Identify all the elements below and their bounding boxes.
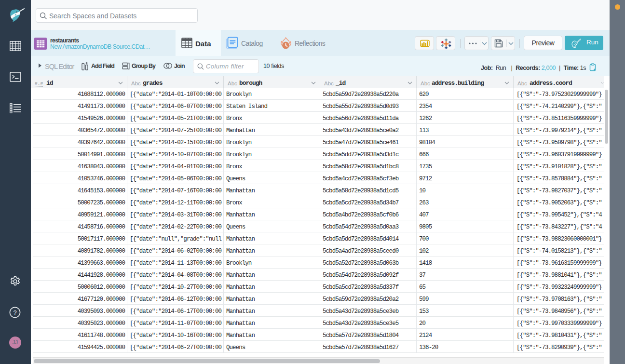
svg-text:?: ? xyxy=(13,309,16,316)
